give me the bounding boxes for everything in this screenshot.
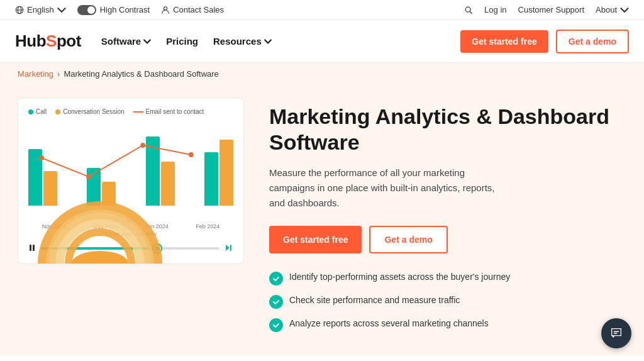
feature-check-3 — [269, 318, 283, 332]
person-icon — [161, 6, 170, 14]
feature-text-2: Check site performance and measure traff… — [289, 294, 460, 307]
timeline-end-icon — [225, 243, 233, 253]
feature-item-1: Identify top-performing assets across th… — [269, 271, 626, 286]
hero-title: Marketing Analytics & Dashboard Software — [269, 104, 626, 155]
pause-icon — [28, 244, 36, 252]
logo-text: HubSpot — [15, 31, 81, 51]
nav-right: Get started free Get a demo — [460, 30, 629, 53]
software-label: Software — [101, 36, 141, 47]
bar-feb-call — [204, 152, 218, 206]
high-contrast-label: High Contrast — [100, 5, 150, 14]
nav-left: HubSpot Software Pricing Resources — [15, 31, 272, 51]
language-selector[interactable]: English — [15, 5, 66, 14]
svg-marker-13 — [226, 245, 230, 251]
nav-links: Software Pricing Resources — [101, 36, 272, 47]
globe-icon — [15, 6, 24, 14]
svg-point-3 — [164, 6, 167, 9]
rainbow-svg — [37, 188, 163, 264]
feature-item-3: Analyze reports across several marketing… — [269, 318, 626, 332]
login-link[interactable]: Log in — [484, 5, 506, 14]
contact-sales-link[interactable]: Contact Sales — [161, 5, 224, 14]
contact-sales-label: Contact Sales — [173, 5, 224, 14]
resources-label: Resources — [213, 36, 262, 47]
legend-call-dot — [28, 109, 33, 114]
feature-list: Identify top-performing assets across th… — [269, 271, 626, 332]
svg-point-8 — [140, 143, 145, 148]
search-button[interactable] — [464, 6, 473, 14]
hubspot-logo[interactable]: HubSpot — [15, 31, 81, 51]
software-menu[interactable]: Software — [101, 36, 151, 47]
utility-right: Log in Customer Support About — [464, 5, 629, 14]
search-icon — [464, 6, 473, 14]
breadcrumb-marketing-link[interactable]: Marketing — [18, 69, 53, 79]
legend-email: Email sent to contact — [133, 108, 204, 115]
hero-section: Call Conversation Session Email sent to … — [0, 85, 644, 355]
svg-line-5 — [470, 11, 472, 13]
about-label: About — [596, 5, 617, 14]
customer-support-link[interactable]: Customer Support — [518, 5, 585, 14]
legend-call: Call — [28, 108, 47, 115]
hero-get-started-button[interactable]: Get started free — [269, 226, 362, 253]
check-icon-3 — [272, 321, 280, 329]
legend-email-label: Email sent to contact — [146, 108, 204, 115]
chevron-down-icon — [57, 6, 66, 14]
breadcrumb: Marketing › Marketing Analytics & Dashbo… — [0, 63, 644, 85]
skip-end-icon — [225, 243, 233, 252]
utility-left: English High Contrast Contact Sales — [15, 5, 224, 15]
main-nav: HubSpot Software Pricing Resources Get s… — [0, 20, 644, 63]
legend-conversation: Conversation Session — [55, 108, 124, 115]
pricing-link[interactable]: Pricing — [166, 36, 198, 47]
hero-cta-buttons: Get started free Get a demo — [269, 226, 626, 253]
dashboard-preview: Call Conversation Session Email sent to … — [18, 97, 244, 264]
svg-point-9 — [189, 152, 194, 157]
svg-rect-11 — [33, 245, 35, 251]
chart-label-feb: Feb 2024 — [196, 223, 219, 230]
chat-icon — [609, 326, 623, 340]
svg-rect-12 — [230, 245, 231, 251]
rainbow-decoration — [37, 188, 163, 264]
get-started-free-button[interactable]: Get started free — [460, 30, 548, 53]
language-label: English — [27, 5, 54, 14]
get-demo-button[interactable]: Get a demo — [556, 30, 629, 53]
breadcrumb-current: Marketing Analytics & Dashboard Software — [64, 69, 218, 79]
feature-text-1: Identify top-performing assets across th… — [289, 271, 510, 284]
chat-bubble[interactable] — [601, 318, 631, 348]
about-menu[interactable]: About — [596, 5, 629, 14]
legend-conversation-label: Conversation Session — [63, 108, 124, 115]
legend-email-line — [133, 111, 143, 113]
chevron-down-icon — [143, 38, 151, 45]
legend-conversation-dot — [55, 109, 60, 114]
feature-item-2: Check site performance and measure traff… — [269, 294, 626, 309]
check-icon-1 — [272, 275, 280, 282]
legend-call-label: Call — [36, 108, 47, 115]
svg-rect-10 — [30, 245, 31, 251]
hero-content: Marketing Analytics & Dashboard Software… — [269, 97, 626, 332]
feature-check-2 — [269, 295, 283, 309]
chevron-down-icon — [620, 6, 629, 14]
toggle-switch[interactable] — [77, 5, 96, 15]
feature-check-1 — [269, 272, 283, 286]
bar-feb-conversation — [219, 140, 233, 206]
pause-button[interactable] — [28, 244, 36, 253]
breadcrumb-separator: › — [57, 69, 60, 79]
hero-get-demo-button[interactable]: Get a demo — [369, 226, 447, 253]
chart-legend: Call Conversation Session Email sent to … — [28, 108, 233, 115]
resources-menu[interactable]: Resources — [213, 36, 272, 47]
svg-point-14 — [72, 251, 128, 264]
check-icon-2 — [272, 298, 280, 306]
high-contrast-toggle[interactable]: High Contrast — [77, 5, 150, 15]
chevron-down-icon — [264, 38, 272, 45]
pricing-label: Pricing — [166, 36, 198, 47]
bar-group-feb — [204, 140, 233, 206]
feature-text-3: Analyze reports across several marketing… — [289, 318, 489, 330]
hero-description: Measure the performance of all your mark… — [269, 165, 508, 211]
utility-bar: English High Contrast Contact Sales Log … — [0, 0, 644, 20]
